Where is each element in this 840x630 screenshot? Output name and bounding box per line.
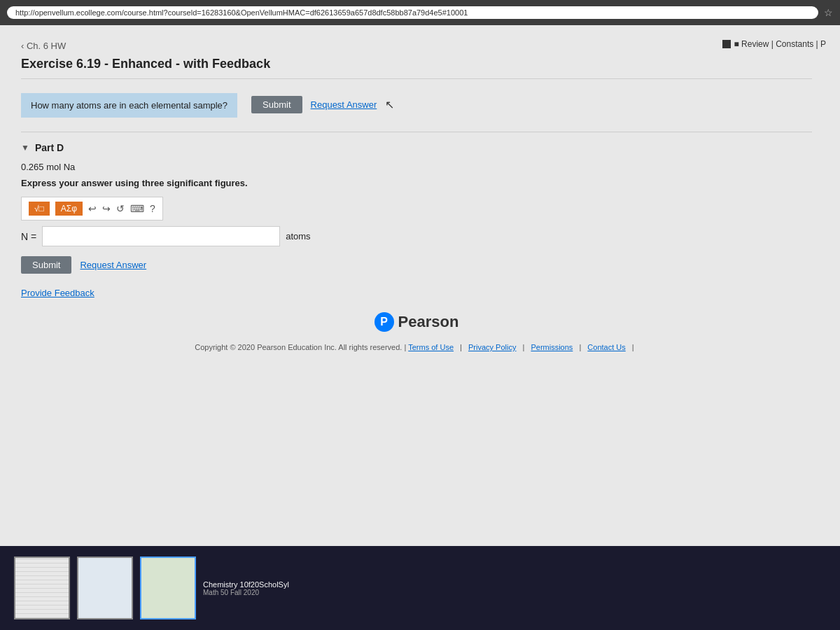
part-d-request-answer-link[interactable]: Request Answer (80, 260, 146, 270)
refresh-icon[interactable]: ↺ (116, 203, 125, 214)
pearson-logo: P Pearson (21, 312, 812, 332)
copyright-text: Copyright © 2020 Pearson Education Inc. … (21, 343, 812, 351)
taskbar-label-main: Chemistry 10f20ScholSyl (203, 580, 289, 589)
taskbar-label-sub: Math 50 Fall 2020 (203, 589, 259, 596)
terms-of-use-link[interactable]: Terms of Use (408, 343, 454, 351)
question-request-answer-link[interactable]: Request Answer (311, 99, 377, 110)
browser-bar: http://openvellum.ecollege.com/course.ht… (0, 0, 840, 25)
chevron-down-icon[interactable]: ▼ (21, 143, 29, 153)
thumb-content-1 (15, 558, 69, 618)
pearson-p-icon: P (374, 312, 394, 332)
help-icon[interactable]: ? (150, 203, 155, 214)
permissions-link[interactable]: Permissions (531, 343, 573, 351)
privacy-policy-link[interactable]: Privacy Policy (468, 343, 516, 351)
thumb-content-3 (141, 558, 195, 618)
keyboard-icon[interactable]: ⌨ (130, 203, 144, 214)
nav-back[interactable]: ‹ Ch. 6 HW (21, 41, 66, 51)
question-submit-button[interactable]: Submit (251, 96, 302, 113)
thumb-content-2 (78, 558, 132, 618)
taskbar-thumb-2[interactable] (77, 556, 133, 620)
instruction-text: Express your answer using three signific… (21, 178, 812, 188)
answer-row: N = atoms (21, 226, 812, 246)
n-equals-label: N = (21, 231, 36, 242)
exercise-title: Exercise 6.19 - Enhanced - with Feedback (21, 57, 812, 79)
part-d-header: ▼ Part D (21, 142, 812, 153)
part-d-submit-row: Submit Request Answer (21, 256, 812, 274)
review-constants: ■ Review | Constants | P (722, 39, 826, 49)
taskbar: Chemistry 10f20ScholSyl Math 50 Fall 202… (0, 546, 840, 630)
question-actions: Submit Request Answer ↖ (251, 96, 394, 113)
provide-feedback-link[interactable]: Provide Feedback (21, 288, 812, 298)
review-constants-label[interactable]: ■ Review | Constants | P (734, 39, 826, 49)
taskbar-thumb-1[interactable] (14, 556, 70, 620)
symbol-button[interactable]: ΑΣφ (55, 202, 83, 216)
mol-formula: 0.265 mol Na (21, 162, 812, 172)
browser-icons: ☆ (824, 7, 833, 18)
question-text: How many atoms are in each elemental sam… (21, 93, 237, 118)
question-area: How many atoms are in each elemental sam… (21, 93, 812, 118)
unit-label: atoms (286, 231, 310, 241)
pearson-text: Pearson (398, 313, 459, 331)
matrix-button[interactable]: √□ (29, 202, 50, 216)
bookmark-icon[interactable]: ☆ (824, 7, 833, 18)
part-d-section: ▼ Part D 0.265 mol Na Express your answe… (21, 132, 812, 274)
taskbar-labels: Chemistry 10f20ScholSyl Math 50 Fall 202… (203, 580, 289, 596)
main-content: ■ Review | Constants | P ‹ Ch. 6 HW Exer… (0, 25, 840, 546)
cursor-icon: ↖ (385, 98, 394, 111)
contact-us-link[interactable]: Contact Us (587, 343, 625, 351)
part-d-submit-button[interactable]: Submit (21, 256, 71, 274)
part-d-label: Part D (35, 142, 64, 153)
review-icon (722, 40, 731, 48)
taskbar-thumb-3[interactable] (140, 556, 196, 620)
browser-url: http://openvellum.ecollege.com/course.ht… (7, 6, 818, 19)
undo-icon[interactable]: ↩ (88, 203, 97, 214)
answer-toolbar: √□ ΑΣφ ↩ ↪ ↺ ⌨ ? (21, 197, 163, 220)
redo-icon[interactable]: ↪ (102, 203, 111, 214)
answer-input[interactable] (42, 226, 280, 246)
